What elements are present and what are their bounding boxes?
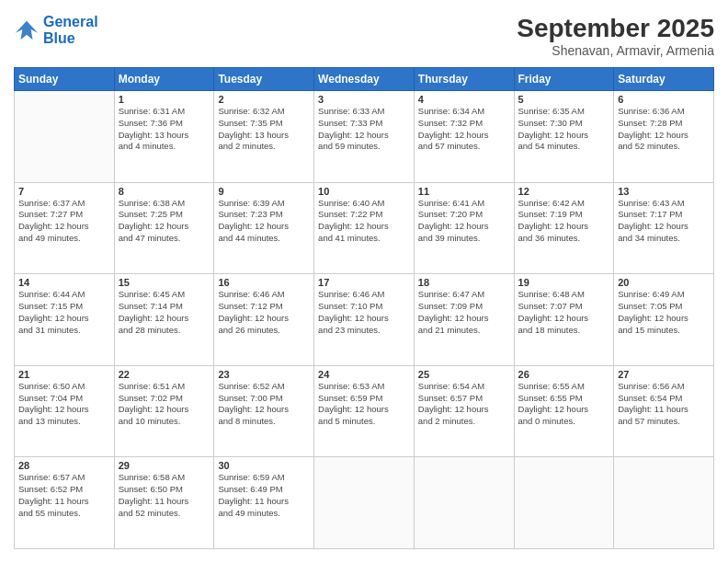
day-info: Sunrise: 6:37 AMSunset: 7:27 PMDaylight:… <box>18 198 110 245</box>
day-number: 2 <box>218 94 310 105</box>
day-info: Sunrise: 6:43 AMSunset: 7:17 PMDaylight:… <box>618 198 710 245</box>
day-info: Sunrise: 6:49 AMSunset: 7:05 PMDaylight:… <box>618 289 710 336</box>
day-number: 16 <box>218 277 310 288</box>
day-info: Sunrise: 6:35 AMSunset: 7:30 PMDaylight:… <box>518 106 610 153</box>
day-number: 20 <box>618 277 710 288</box>
day-number: 19 <box>518 277 610 288</box>
page: General Blue September 2025 Shenavan, Ar… <box>0 0 728 563</box>
day-number: 15 <box>119 277 210 288</box>
day-number: 8 <box>119 186 210 197</box>
calendar-cell: 2Sunrise: 6:32 AMSunset: 7:35 PMDaylight… <box>214 91 314 183</box>
calendar-cell: 28Sunrise: 6:57 AMSunset: 6:52 PMDayligh… <box>15 457 115 549</box>
day-info: Sunrise: 6:48 AMSunset: 7:07 PMDaylight:… <box>518 289 610 336</box>
day-info: Sunrise: 6:51 AMSunset: 7:02 PMDaylight:… <box>119 381 210 428</box>
calendar-cell: 11Sunrise: 6:41 AMSunset: 7:20 PMDayligh… <box>414 182 514 274</box>
calendar-cell: 16Sunrise: 6:46 AMSunset: 7:12 PMDayligh… <box>214 274 314 366</box>
day-info: Sunrise: 6:41 AMSunset: 7:20 PMDaylight:… <box>418 198 510 245</box>
month-title: September 2025 <box>517 14 714 43</box>
day-info: Sunrise: 6:38 AMSunset: 7:25 PMDaylight:… <box>119 198 210 245</box>
calendar-cell <box>614 457 714 549</box>
calendar-cell <box>15 91 115 183</box>
day-number: 26 <box>518 369 610 380</box>
day-number: 28 <box>18 460 110 471</box>
logo-text: General Blue <box>43 14 98 46</box>
weekday-header-tuesday: Tuesday <box>214 68 314 91</box>
calendar-cell: 23Sunrise: 6:52 AMSunset: 7:00 PMDayligh… <box>214 365 314 457</box>
day-info: Sunrise: 6:42 AMSunset: 7:19 PMDaylight:… <box>518 198 610 245</box>
week-row-2: 7Sunrise: 6:37 AMSunset: 7:27 PMDaylight… <box>15 182 714 274</box>
calendar-cell: 20Sunrise: 6:49 AMSunset: 7:05 PMDayligh… <box>614 274 714 366</box>
day-info: Sunrise: 6:58 AMSunset: 6:50 PMDaylight:… <box>119 472 210 519</box>
day-info: Sunrise: 6:36 AMSunset: 7:28 PMDaylight:… <box>618 106 710 153</box>
day-info: Sunrise: 6:44 AMSunset: 7:15 PMDaylight:… <box>18 289 110 336</box>
weekday-header-thursday: Thursday <box>414 68 514 91</box>
calendar-cell: 29Sunrise: 6:58 AMSunset: 6:50 PMDayligh… <box>114 457 214 549</box>
day-number: 6 <box>618 94 710 105</box>
weekday-header-wednesday: Wednesday <box>314 68 415 91</box>
header: General Blue September 2025 Shenavan, Ar… <box>14 14 714 58</box>
svg-marker-0 <box>16 20 38 40</box>
calendar-cell: 19Sunrise: 6:48 AMSunset: 7:07 PMDayligh… <box>514 274 614 366</box>
day-info: Sunrise: 6:55 AMSunset: 6:55 PMDaylight:… <box>518 381 610 428</box>
calendar-cell: 5Sunrise: 6:35 AMSunset: 7:30 PMDaylight… <box>514 91 614 183</box>
day-info: Sunrise: 6:53 AMSunset: 6:59 PMDaylight:… <box>318 381 410 428</box>
day-info: Sunrise: 6:39 AMSunset: 7:23 PMDaylight:… <box>218 198 310 245</box>
location-subtitle: Shenavan, Armavir, Armenia <box>517 43 714 58</box>
day-number: 13 <box>618 186 710 197</box>
calendar-cell: 25Sunrise: 6:54 AMSunset: 6:57 PMDayligh… <box>414 365 514 457</box>
logo: General Blue <box>14 14 98 46</box>
day-number: 22 <box>119 369 210 380</box>
calendar-cell <box>414 457 514 549</box>
week-row-3: 14Sunrise: 6:44 AMSunset: 7:15 PMDayligh… <box>15 274 714 366</box>
day-info: Sunrise: 6:31 AMSunset: 7:36 PMDaylight:… <box>119 106 210 153</box>
weekday-header-sunday: Sunday <box>15 68 115 91</box>
day-number: 29 <box>119 460 210 471</box>
calendar-cell: 27Sunrise: 6:56 AMSunset: 6:54 PMDayligh… <box>614 365 714 457</box>
weekday-header-monday: Monday <box>114 68 214 91</box>
weekday-header-friday: Friday <box>514 68 614 91</box>
weekday-header-saturday: Saturday <box>614 68 714 91</box>
day-info: Sunrise: 6:52 AMSunset: 7:00 PMDaylight:… <box>218 381 310 428</box>
day-number: 27 <box>618 369 710 380</box>
day-number: 9 <box>218 186 310 197</box>
calendar-cell: 17Sunrise: 6:46 AMSunset: 7:10 PMDayligh… <box>314 274 415 366</box>
day-info: Sunrise: 6:32 AMSunset: 7:35 PMDaylight:… <box>218 106 310 153</box>
day-info: Sunrise: 6:45 AMSunset: 7:14 PMDaylight:… <box>119 289 210 336</box>
calendar-cell: 12Sunrise: 6:42 AMSunset: 7:19 PMDayligh… <box>514 182 614 274</box>
calendar-cell: 15Sunrise: 6:45 AMSunset: 7:14 PMDayligh… <box>114 274 214 366</box>
calendar-table: SundayMondayTuesdayWednesdayThursdayFrid… <box>14 67 714 549</box>
calendar-cell: 21Sunrise: 6:50 AMSunset: 7:04 PMDayligh… <box>15 365 115 457</box>
day-info: Sunrise: 6:34 AMSunset: 7:32 PMDaylight:… <box>418 106 510 153</box>
week-row-5: 28Sunrise: 6:57 AMSunset: 6:52 PMDayligh… <box>15 457 714 549</box>
day-number: 3 <box>318 94 410 105</box>
day-number: 17 <box>318 277 410 288</box>
calendar-cell: 30Sunrise: 6:59 AMSunset: 6:49 PMDayligh… <box>214 457 314 549</box>
day-number: 30 <box>218 460 310 471</box>
calendar-cell: 3Sunrise: 6:33 AMSunset: 7:33 PMDaylight… <box>314 91 415 183</box>
calendar-cell: 14Sunrise: 6:44 AMSunset: 7:15 PMDayligh… <box>15 274 115 366</box>
day-number: 12 <box>518 186 610 197</box>
calendar-cell: 22Sunrise: 6:51 AMSunset: 7:02 PMDayligh… <box>114 365 214 457</box>
day-number: 1 <box>119 94 210 105</box>
day-info: Sunrise: 6:40 AMSunset: 7:22 PMDaylight:… <box>318 198 410 245</box>
day-number: 21 <box>18 369 110 380</box>
day-info: Sunrise: 6:56 AMSunset: 6:54 PMDaylight:… <box>618 381 710 428</box>
calendar-cell <box>514 457 614 549</box>
calendar-cell: 24Sunrise: 6:53 AMSunset: 6:59 PMDayligh… <box>314 365 415 457</box>
day-number: 11 <box>418 186 510 197</box>
day-info: Sunrise: 6:33 AMSunset: 7:33 PMDaylight:… <box>318 106 410 153</box>
day-info: Sunrise: 6:50 AMSunset: 7:04 PMDaylight:… <box>18 381 110 428</box>
calendar-cell: 7Sunrise: 6:37 AMSunset: 7:27 PMDaylight… <box>15 182 115 274</box>
day-number: 4 <box>418 94 510 105</box>
calendar-cell: 18Sunrise: 6:47 AMSunset: 7:09 PMDayligh… <box>414 274 514 366</box>
day-info: Sunrise: 6:57 AMSunset: 6:52 PMDaylight:… <box>18 472 110 519</box>
day-number: 23 <box>218 369 310 380</box>
calendar-cell: 9Sunrise: 6:39 AMSunset: 7:23 PMDaylight… <box>214 182 314 274</box>
calendar-cell: 4Sunrise: 6:34 AMSunset: 7:32 PMDaylight… <box>414 91 514 183</box>
weekday-header-row: SundayMondayTuesdayWednesdayThursdayFrid… <box>15 68 714 91</box>
day-number: 18 <box>418 277 510 288</box>
day-info: Sunrise: 6:46 AMSunset: 7:12 PMDaylight:… <box>218 289 310 336</box>
day-info: Sunrise: 6:47 AMSunset: 7:09 PMDaylight:… <box>418 289 510 336</box>
calendar-cell <box>314 457 415 549</box>
day-number: 25 <box>418 369 510 380</box>
